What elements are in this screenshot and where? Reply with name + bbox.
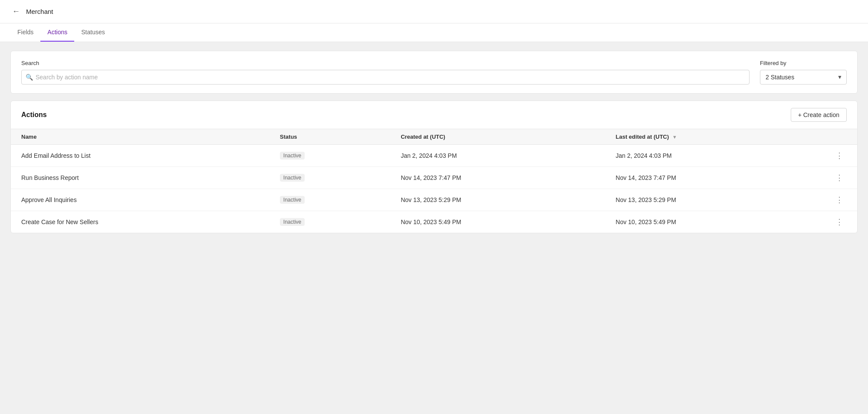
tabs-bar: Fields Actions Statuses [0,23,868,42]
search-group: Search 🔍 [21,60,750,85]
cell-last-edited: Nov 13, 2023 5:29 PM [605,189,822,211]
main-content: Search 🔍 Filtered by 2 Statuses All Stat… [0,42,868,242]
filter-select[interactable]: 2 Statuses All Statuses Active Inactive [760,70,847,85]
table-row: Approve All Inquiries Inactive Nov 13, 2… [11,189,857,211]
search-label: Search [21,60,750,66]
header: ← Merchant [0,0,868,23]
col-header-status: Status [270,129,391,145]
table-row: Create Case for New Sellers Inactive Nov… [11,211,857,233]
filter-group: Filtered by 2 Statuses All Statuses Acti… [760,60,847,85]
cell-status: Inactive [270,167,391,189]
col-header-name: Name [11,129,270,145]
status-badge: Inactive [280,218,305,226]
filter-select-wrap: 2 Statuses All Statuses Active Inactive … [760,70,847,85]
more-options-button[interactable]: ⋮ [833,216,847,228]
cell-status: Inactive [270,145,391,167]
cell-name: Run Business Report [11,167,270,189]
cell-last-edited: Jan 2, 2024 4:03 PM [605,145,822,167]
search-card: Search 🔍 Filtered by 2 Statuses All Stat… [10,51,858,94]
actions-card-title: Actions [21,111,47,119]
cell-name: Approve All Inquiries [11,189,270,211]
more-options-button[interactable]: ⋮ [833,194,847,205]
actions-table: Name Status Created at (UTC) Last edited… [11,129,857,233]
search-input[interactable] [21,70,750,85]
cell-created: Jan 2, 2024 4:03 PM [390,145,605,167]
cell-created: Nov 13, 2023 5:29 PM [390,189,605,211]
cell-last-edited: Nov 10, 2023 5:49 PM [605,211,822,233]
create-action-button[interactable]: + Create action [791,108,847,122]
more-options-button[interactable]: ⋮ [833,150,847,161]
tab-actions[interactable]: Actions [40,23,74,42]
filter-label: Filtered by [760,60,847,66]
more-options-button[interactable]: ⋮ [833,172,847,183]
cell-more: ⋮ [822,189,857,211]
table-row: Add Email Address to List Inactive Jan 2… [11,145,857,167]
col-header-created: Created at (UTC) [390,129,605,145]
tab-statuses[interactable]: Statuses [74,23,112,42]
cell-name: Add Email Address to List [11,145,270,167]
status-badge: Inactive [280,174,305,182]
sort-icon: ▼ [672,134,677,140]
back-button[interactable]: ← [10,6,22,17]
cell-status: Inactive [270,211,391,233]
page-title: Merchant [26,8,53,15]
actions-card-header: Actions + Create action [11,101,857,129]
actions-card: Actions + Create action Name Status Crea… [10,101,858,233]
tab-fields[interactable]: Fields [10,23,40,42]
status-badge: Inactive [280,152,305,160]
table-header-row: Name Status Created at (UTC) Last edited… [11,129,857,145]
cell-last-edited: Nov 14, 2023 7:47 PM [605,167,822,189]
col-header-actions [822,129,857,145]
cell-more: ⋮ [822,211,857,233]
cell-created: Nov 14, 2023 7:47 PM [390,167,605,189]
cell-more: ⋮ [822,145,857,167]
cell-more: ⋮ [822,167,857,189]
cell-name: Create Case for New Sellers [11,211,270,233]
status-badge: Inactive [280,196,305,204]
cell-status: Inactive [270,189,391,211]
search-input-wrap: 🔍 [21,70,750,85]
col-header-last-edited[interactable]: Last edited at (UTC) ▼ [605,129,822,145]
cell-created: Nov 10, 2023 5:49 PM [390,211,605,233]
table-row: Run Business Report Inactive Nov 14, 202… [11,167,857,189]
search-icon: 🔍 [26,74,33,81]
